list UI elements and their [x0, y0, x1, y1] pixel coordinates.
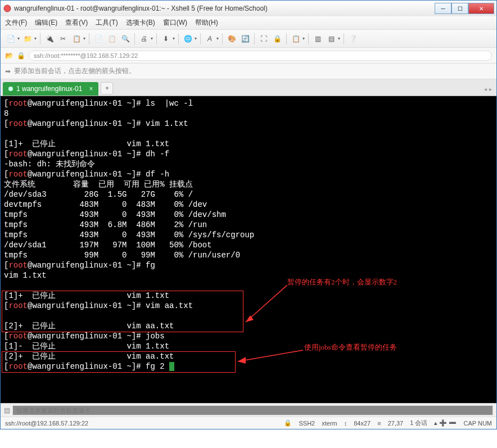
- window-title: wangruifenglinux-01 - root@wangruifengli…: [14, 4, 435, 12]
- compose-icon[interactable]: ▤: [4, 406, 10, 414]
- tabbar: 1 wangruifenglinux-01 × + ◂ ▸: [1, 79, 496, 96]
- svg-line-3: [238, 350, 303, 361]
- maximize-button[interactable]: ☐: [451, 3, 468, 14]
- compose-input[interactable]: [12, 405, 493, 415]
- svg-marker-2: [246, 315, 254, 322]
- compose-bar: ▤: [1, 403, 496, 417]
- refresh-icon[interactable]: 🔄: [240, 33, 251, 44]
- status-pos-icon: ≡: [377, 420, 381, 427]
- app-icon: [3, 4, 12, 13]
- annotation-box-1: [2, 291, 243, 332]
- menu-tab[interactable]: 选项卡(B): [126, 18, 155, 28]
- svg-line-1: [246, 285, 287, 322]
- toolbar: 📄▾ 📁▾ 🔌 ✂ 📋▾ 📄 📋 🔍 🖨▾ ⬇▾ 🌐▾ A▾ 🎨 🔄 ⛶ 🔒 📋…: [1, 30, 496, 48]
- tab-close-icon[interactable]: ×: [89, 85, 93, 93]
- annotation-arrow-1: [1, 96, 496, 403]
- tab-prev-icon[interactable]: ◂: [484, 86, 487, 92]
- xftp-icon[interactable]: ⬇: [160, 33, 171, 44]
- font-icon[interactable]: A: [204, 33, 215, 44]
- status-chevron-icon[interactable]: ▴ ➕ ➖: [434, 419, 457, 427]
- arrow-hint-icon[interactable]: ➡: [5, 67, 11, 75]
- tab-session-1[interactable]: 1 wangruifenglinux-01 ×: [3, 82, 98, 96]
- tab-add-button[interactable]: +: [101, 82, 113, 94]
- color-icon[interactable]: 🎨: [226, 33, 237, 44]
- tile-v-icon[interactable]: ▤: [326, 33, 337, 44]
- terminal[interactable]: [root@wangruifenglinux-01 ~]# ls |wc -l …: [1, 96, 496, 403]
- statusbar: ssh://root@192.168.57.129:22 🔒 SSH2 xter…: [1, 417, 496, 429]
- help-icon[interactable]: ❔: [347, 33, 359, 44]
- status-size: 84x27: [354, 420, 371, 427]
- address-input[interactable]: ssh://root:********@192.168.57.129:22: [29, 51, 492, 61]
- copy-icon[interactable]: 📄: [93, 33, 104, 44]
- status-ssh: SSH2: [299, 420, 315, 427]
- status-size-icon: ↕: [344, 420, 347, 427]
- menu-window[interactable]: 窗口(W): [163, 18, 187, 28]
- tab-next-icon[interactable]: ▸: [489, 86, 492, 92]
- menu-edit[interactable]: 编辑(E): [35, 18, 57, 28]
- print-icon[interactable]: 🖨: [138, 33, 150, 44]
- clipboard-icon[interactable]: 📋: [290, 33, 301, 44]
- tab-status-icon: [8, 87, 13, 91]
- status-sessions: 1 会话: [410, 419, 427, 427]
- new-icon[interactable]: 📄: [5, 33, 16, 44]
- status-pos: 27,37: [388, 420, 404, 427]
- menu-tools[interactable]: 工具(T): [96, 18, 118, 28]
- hintbar: ➡ 要添加当前会话，点击左侧的箭头按钮。: [1, 64, 496, 79]
- reconnect-icon[interactable]: 🔌: [44, 33, 55, 44]
- addressbar: 📂 🔒 ssh://root:********@192.168.57.129:2…: [1, 48, 496, 64]
- svg-point-0: [4, 5, 11, 12]
- annotation-text-2: 使用jobs命令查看暂停的任务: [304, 342, 397, 352]
- menu-view[interactable]: 查看(V): [65, 18, 88, 28]
- lock-small-icon: 🔒: [17, 52, 25, 60]
- minimize-button[interactable]: ─: [435, 3, 451, 14]
- find-icon[interactable]: 🔍: [120, 33, 131, 44]
- close-button[interactable]: ✕: [468, 3, 494, 14]
- menu-help[interactable]: 帮助(H): [195, 18, 218, 28]
- titlebar: wangruifenglinux-01 - root@wangruifengli…: [1, 1, 496, 16]
- annotation-box-2: [2, 351, 236, 373]
- fullscreen-icon[interactable]: ⛶: [258, 33, 269, 44]
- tab-label: 1 wangruifenglinux-01: [16, 85, 82, 93]
- tile-h-icon[interactable]: ▥: [312, 33, 323, 44]
- svg-marker-4: [238, 357, 246, 364]
- annotation-text-1: 暂停的任务有2个时，会显示数字2: [287, 277, 397, 287]
- menu-file[interactable]: 文件(F): [5, 18, 27, 28]
- disconnect-icon[interactable]: ✂: [57, 33, 69, 44]
- session-icon[interactable]: 📂: [5, 52, 13, 60]
- paste-icon[interactable]: 📋: [106, 33, 118, 44]
- lock-icon[interactable]: 🔒: [272, 33, 283, 44]
- hint-text: 要添加当前会话，点击左侧的箭头按钮。: [14, 66, 135, 76]
- menubar: 文件(F) 编辑(E) 查看(V) 工具(T) 选项卡(B) 窗口(W) 帮助(…: [1, 16, 496, 30]
- status-term: xterm: [322, 420, 337, 427]
- globe-icon[interactable]: 🌐: [182, 33, 193, 44]
- status-capnum: CAP NUM: [463, 420, 492, 427]
- properties-icon[interactable]: 📋: [71, 33, 82, 44]
- status-address: ssh://root@192.168.57.129:22: [5, 420, 88, 427]
- open-icon[interactable]: 📁: [22, 33, 33, 44]
- status-ssh-icon: 🔒: [284, 419, 292, 427]
